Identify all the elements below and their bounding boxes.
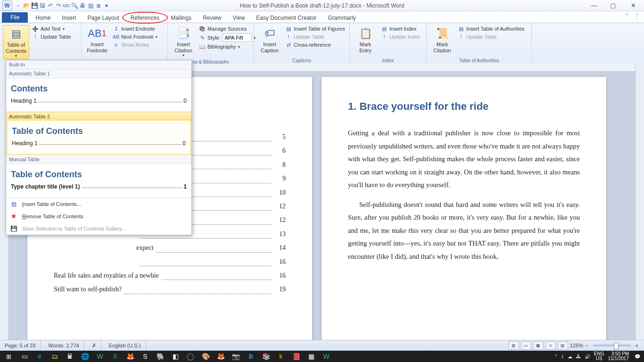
new-icon[interactable]: ▫ — [15, 2, 22, 9]
reading-view-button[interactable]: ▭ — [521, 341, 531, 350]
page-icon[interactable]: ▤ — [87, 2, 94, 9]
word-taskbar-icon[interactable]: W — [92, 351, 107, 362]
update-toa-button[interactable]: !Update Table — [457, 33, 525, 41]
insert-toa-button[interactable]: ▤Insert Table of Authorities — [457, 25, 525, 33]
draft-view-button[interactable]: ▤ — [558, 341, 568, 350]
gallery-item-auto1[interactable]: Contents Heading 10 — [6, 78, 191, 112]
add-text-button[interactable]: ➕Add Text ▾ — [31, 25, 72, 33]
list-icon[interactable]: ≣ — [95, 2, 102, 9]
app-icon[interactable]: S — [138, 351, 153, 362]
gallery-item-manual-header[interactable]: Manual Table — [6, 155, 191, 164]
word-running-icon[interactable]: W — [319, 351, 334, 362]
zoom-slider[interactable] — [593, 345, 631, 346]
chrome-icon[interactable]: 🌐 — [77, 351, 92, 362]
undo-icon[interactable]: ↶ — [47, 2, 54, 9]
tab-grammarly[interactable]: Grammarly — [322, 13, 361, 23]
insert-table-of-figures-button[interactable]: ▤Insert Table of Figures — [284, 25, 346, 33]
show-notes-button[interactable]: ≡Show Notes — [112, 41, 158, 49]
qat-more-icon[interactable]: ▾ — [103, 2, 110, 9]
app-icon[interactable]: ◯ — [183, 351, 198, 362]
tab-insert[interactable]: Insert — [56, 13, 82, 23]
tab-home[interactable]: Home — [30, 13, 56, 23]
vertical-scrollbar[interactable] — [635, 64, 644, 340]
word-count[interactable]: Words: 2,774 — [43, 340, 84, 351]
task-view-icon[interactable]: ▭ — [17, 351, 32, 362]
app-icon[interactable]: 📕 — [289, 351, 304, 362]
tab-view[interactable]: View — [227, 13, 251, 23]
tab-easy-document-creator[interactable]: Easy Document Creator — [250, 13, 322, 23]
save-icon[interactable]: 🖫 — [39, 2, 46, 9]
update-index-button[interactable]: !Update Index — [380, 33, 421, 41]
kindle-icon[interactable]: k — [273, 351, 289, 362]
insert-toc-command[interactable]: ▤Insert Table of Contents... — [6, 198, 191, 210]
tray-chevron-icon[interactable]: ˄ — [555, 354, 557, 359]
next-footnote-button[interactable]: ABNext Footnote ▾ — [112, 33, 158, 41]
find-icon[interactable]: 🔍 — [71, 2, 78, 9]
proofing-icon[interactable]: ✗ — [87, 340, 101, 351]
update-table-captions-button[interactable]: !Update Table — [284, 33, 346, 41]
evernote-icon[interactable]: 🐘 — [153, 351, 168, 362]
insert-index-button[interactable]: ▤Insert Index — [380, 25, 421, 33]
start-button[interactable]: ⊞ — [0, 353, 17, 360]
open-icon[interactable]: 📂 — [23, 2, 30, 9]
app-icon[interactable]: 🎨 — [198, 351, 213, 362]
manage-sources-button[interactable]: 📚Manage Sources — [198, 25, 256, 33]
update-table-button[interactable]: !Update Table — [31, 33, 72, 41]
firefox-icon[interactable]: 🦊 — [123, 351, 138, 362]
spellcheck-icon[interactable]: ABC — [63, 2, 70, 9]
zoom-out-button[interactable]: − — [585, 343, 588, 348]
app-icon[interactable]: b — [243, 351, 258, 362]
mark-citation-button[interactable]: 📜Mark Citation — [429, 25, 455, 54]
word-logo[interactable]: W — [2, 0, 12, 11]
help-icon[interactable]: ❔ — [634, 13, 640, 19]
close-button[interactable]: ✕ — [622, 0, 644, 11]
table-of-contents-button[interactable]: ▤ Table of Contents ▾ — [3, 25, 29, 59]
network-icon[interactable]: 🖧 — [576, 354, 581, 359]
minimize-ribbon-icon[interactable]: ⌃ — [625, 13, 629, 19]
onedrive-icon[interactable]: ☁ — [568, 354, 572, 359]
tab-review[interactable]: Review — [197, 13, 227, 23]
bibliography-button[interactable]: 📖Bibliography ▾ — [198, 43, 256, 50]
calculator-icon[interactable]: 🖩 — [62, 351, 77, 362]
insert-citation-button[interactable]: 📑Insert Citation ▾ — [171, 25, 196, 58]
print-layout-view-button[interactable]: ▥ — [509, 341, 519, 350]
app-icon[interactable]: 📚 — [258, 351, 273, 362]
save-icon[interactable]: 💾 — [31, 2, 38, 9]
insert-endnote-button[interactable]: ↧Insert Endnote — [112, 25, 158, 33]
gallery-item-auto2[interactable]: Table of Contents Heading 10 — [7, 121, 191, 155]
explorer-icon[interactable]: 🗂 — [47, 351, 62, 362]
zoom-in-button[interactable]: + — [636, 343, 638, 348]
insert-footnote-button[interactable]: AB1Insert Footnote — [84, 25, 110, 54]
app-icon[interactable]: 📷 — [228, 351, 243, 362]
maximize-button[interactable]: ▢ — [603, 0, 622, 11]
page-right[interactable]: 1. Brace yourself for the ride Getting a… — [322, 77, 606, 340]
zoom-level[interactable]: 125% — [570, 343, 583, 348]
citation-style-select[interactable]: ✎Style: ▾ — [198, 33, 256, 42]
gallery-item-manual[interactable]: Table of Contents Type chapter title (le… — [6, 164, 191, 197]
notifications-icon[interactable]: 💬 — [635, 354, 640, 359]
excel-icon[interactable]: X — [107, 351, 123, 362]
bluetooth-icon[interactable]: ᚼ — [561, 354, 564, 359]
volume-icon[interactable]: 🔊 — [585, 354, 590, 359]
app-icon[interactable]: ◧ — [168, 351, 183, 362]
language-status[interactable]: English (U.S.) — [104, 340, 146, 351]
tab-page-layout[interactable]: Page Layout — [82, 13, 124, 23]
gallery-item-auto2-header[interactable]: Automatic Table 2 — [6, 112, 191, 121]
print-icon[interactable]: 🖶 — [79, 2, 86, 9]
insert-caption-button[interactable]: 🏷Insert Caption — [257, 25, 282, 54]
minimize-button[interactable]: — — [585, 0, 603, 11]
page-count[interactable]: Page: 5 of 23 — [0, 340, 41, 351]
cross-reference-button[interactable]: ⇄Cross-reference — [284, 41, 346, 49]
tab-references[interactable]: References — [125, 13, 165, 23]
web-layout-view-button[interactable]: ▦ — [533, 341, 544, 350]
edge-icon[interactable]: e — [32, 351, 47, 362]
tab-mailings[interactable]: Mailings — [165, 13, 197, 23]
app-icon[interactable]: 🦊 — [213, 351, 228, 362]
gallery-item-auto1-header[interactable]: Automatic Table 1 — [6, 69, 191, 78]
style-value[interactable] — [223, 33, 252, 42]
outline-view-button[interactable]: ≡ — [545, 341, 556, 350]
remove-toc-command[interactable]: ✖Remove Table of Contents — [6, 210, 191, 222]
tab-file[interactable]: File — [2, 12, 28, 23]
redo-icon[interactable]: ↷ — [55, 2, 62, 9]
system-tray[interactable]: ˄ ᚼ ☁ 🖧 🔊 ENG US 3:50 PM 11/1/2017 💬 — [551, 352, 644, 362]
